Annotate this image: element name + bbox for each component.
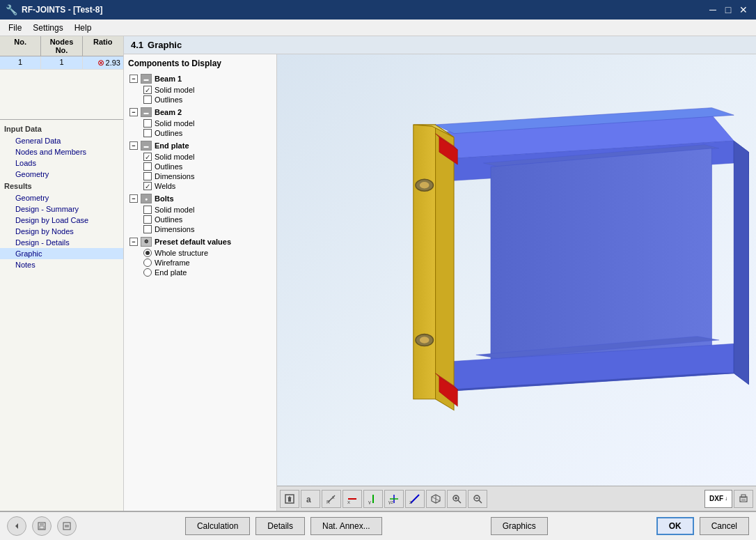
tree-endplate-header: − ▬ End plate <box>128 139 272 152</box>
preset-endplate-label: End plate <box>155 268 187 277</box>
svg-text:a: a <box>306 495 311 504</box>
endplate-solid-checkbox[interactable] <box>143 153 152 161</box>
bolts-solid: Solid model <box>142 205 272 215</box>
details-btn[interactable]: Details <box>255 517 305 535</box>
nav-save2-btn[interactable] <box>57 516 77 536</box>
tree-expand-preset[interactable]: − <box>129 238 138 246</box>
tree-preset-header: − ⚙ Preset default values <box>128 236 272 248</box>
nav-design-details[interactable]: Design - Details <box>0 237 123 248</box>
toolbar-axes-z-btn[interactable]: z <box>405 490 425 508</box>
bolts-dimensions-checkbox[interactable] <box>143 225 152 233</box>
radio-wireframe[interactable] <box>143 259 152 267</box>
beam1-label: Beam 1 <box>155 75 182 83</box>
right-panel: 4.1 Graphic Components to Display − ▬ B <box>124 36 756 511</box>
toolbar-axes-x-btn[interactable]: x <box>342 490 362 508</box>
endplate-icon: ▬ <box>141 141 152 151</box>
beam2-outlines-label: Outlines <box>155 129 182 137</box>
toolbar-print-btn[interactable] <box>734 490 753 508</box>
results-title: Results <box>0 180 123 192</box>
cell-nodes: 1 <box>41 56 82 69</box>
bolts-children: Solid model Outlines Dimensions <box>128 205 272 234</box>
section-header: 4.1 Graphic <box>124 36 756 54</box>
menu-settings[interactable]: Settings <box>27 22 68 34</box>
nav-notes[interactable]: Notes <box>0 259 123 270</box>
toolbar-text-btn[interactable]: a <box>301 490 320 508</box>
endplate-welds-checkbox[interactable] <box>143 182 152 190</box>
nat-annex-btn[interactable]: Nat. Annex... <box>310 517 382 535</box>
bolts-label: Bolts <box>155 194 174 203</box>
tree-expand-bolts[interactable]: − <box>129 194 138 203</box>
tree-beam1-header: − ▬ Beam 1 <box>128 72 272 85</box>
svg-text:yz: yz <box>388 500 394 504</box>
endplate-label: End plate <box>155 141 189 150</box>
graphics-btn[interactable]: Graphics <box>491 517 548 535</box>
toolbar-3d-box-btn[interactable] <box>426 490 446 508</box>
svg-rect-55 <box>40 523 44 525</box>
tree-expand-endplate[interactable]: − <box>129 141 138 150</box>
endplate-dimensions: Dimensions <box>142 171 272 181</box>
svg-text:x: x <box>347 499 350 504</box>
cell-no: 1 <box>0 56 41 69</box>
table-row[interactable]: 1 1 ⊗ 2.93 <box>0 56 123 70</box>
table-body: 1 1 ⊗ 2.93 <box>0 56 123 70</box>
preset-endplate: End plate <box>142 268 272 277</box>
nav-nodes-members[interactable]: Nodes and Members <box>0 146 123 157</box>
endplate-dimensions-checkbox[interactable] <box>143 172 152 180</box>
nav-geometry-input[interactable]: Geometry <box>0 169 123 180</box>
toolbar-axes-all-btn[interactable]: R x <box>322 490 341 508</box>
preset-whole: Whole structure <box>142 248 272 258</box>
endplate-outlines-checkbox[interactable] <box>143 162 152 171</box>
close-button[interactable]: ✕ <box>737 3 750 17</box>
beam1-outlines: Outlines <box>142 95 272 105</box>
nav-design-summary[interactable]: Design - Summary <box>0 203 123 215</box>
bolts-solid-checkbox[interactable] <box>143 206 152 214</box>
tree-section-beam1: − ▬ Beam 1 Solid model Outlines <box>128 72 272 105</box>
preset-icon: ⚙ <box>141 237 152 247</box>
toolbar-home-btn[interactable] <box>280 490 299 508</box>
nav-graphic[interactable]: Graphic <box>0 248 123 259</box>
section-title: Graphic <box>148 40 182 50</box>
nav-back-btn[interactable] <box>7 516 26 536</box>
nav-design-nodes[interactable]: Design by Nodes <box>0 226 123 237</box>
radio-endplate[interactable] <box>143 268 152 277</box>
beam2-outlines-checkbox[interactable] <box>143 129 152 137</box>
canvas-area[interactable] <box>277 54 756 486</box>
radio-whole-structure[interactable] <box>143 249 152 257</box>
svg-text:z: z <box>409 499 412 504</box>
menu-help[interactable]: Help <box>69 22 97 34</box>
menu-bar: File Settings Help <box>0 20 756 36</box>
tree-beam2-header: − ▬ Beam 2 <box>128 106 272 118</box>
beam1-outlines-checkbox[interactable] <box>143 95 152 104</box>
nav-loads[interactable]: Loads <box>0 157 123 169</box>
nav-geometry-results[interactable]: Geometry <box>0 192 123 203</box>
nav-design-load-case[interactable]: Design by Load Case <box>0 215 123 226</box>
minimize-button[interactable]: ─ <box>706 3 720 17</box>
svg-rect-57 <box>63 523 70 530</box>
bolts-outlines: Outlines <box>142 215 272 224</box>
beam1-solid-checkbox[interactable] <box>143 86 152 94</box>
svg-text:x: x <box>332 495 335 500</box>
bolts-dimensions-label: Dimensions <box>155 225 194 233</box>
beam1-solid: Solid model <box>142 85 272 95</box>
col-no: No. <box>0 36 41 56</box>
toolbar-zoom-box-btn[interactable] <box>447 490 466 508</box>
dxf-export-btn[interactable]: DXF ↓ <box>704 490 732 508</box>
bolts-outlines-checkbox[interactable] <box>143 215 152 224</box>
toolbar-axes-y-btn[interactable]: y <box>363 490 383 508</box>
toolbar-zoom-out-btn[interactable] <box>468 490 487 508</box>
nav-area: Input Data General Data Nodes and Member… <box>0 120 123 511</box>
components-title: Components to Display <box>128 59 272 68</box>
beam2-solid-checkbox[interactable] <box>143 119 152 128</box>
nav-general-data[interactable]: General Data <box>0 135 123 146</box>
calculation-btn[interactable]: Calculation <box>185 517 250 535</box>
tree-expand-beam2[interactable]: − <box>129 108 138 116</box>
beam-3d-svg <box>277 54 756 486</box>
tree-expand-beam1[interactable]: − <box>129 75 138 83</box>
nav-save1-btn[interactable] <box>32 516 52 536</box>
ok-btn[interactable]: OK <box>656 517 694 535</box>
menu-file[interactable]: File <box>3 22 27 34</box>
toolbar-axes-yz-btn[interactable]: yz <box>384 490 404 508</box>
cancel-btn[interactable]: Cancel <box>700 517 749 535</box>
maximize-button[interactable]: □ <box>721 3 735 17</box>
components-panel: Components to Display − ▬ Beam 1 Solid <box>124 54 277 511</box>
